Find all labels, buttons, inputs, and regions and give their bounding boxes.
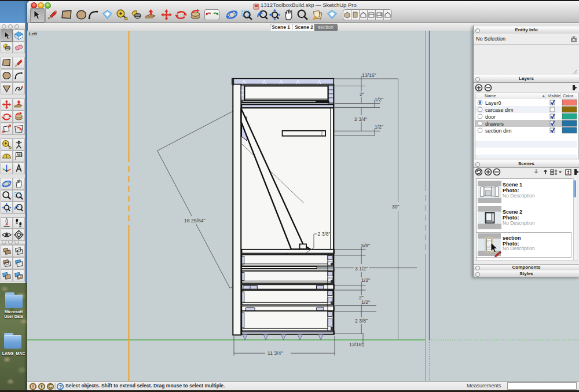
- svg-text:1/2": 1/2": [361, 277, 370, 283]
- svg-text:13/16": 13/16": [362, 72, 376, 78]
- svg-text:3 1/2": 3 1/2": [355, 266, 368, 272]
- svg-text:11 3/4": 11 3/4": [267, 350, 283, 356]
- svg-text:2 3/4": 2 3/4": [354, 116, 367, 122]
- svg-text:2 3/8": 2 3/8": [355, 318, 368, 324]
- svg-text:2 3/8": 2 3/8": [318, 231, 331, 237]
- svg-text:30": 30": [392, 204, 400, 210]
- svg-text:section dim: section dim: [485, 128, 512, 134]
- svg-text:Layer0: Layer0: [485, 100, 501, 106]
- svg-text:drawers: drawers: [485, 121, 504, 127]
- svg-text:door: door: [485, 114, 496, 120]
- svg-text:2": 2": [360, 91, 364, 97]
- svg-text:?: ?: [59, 384, 63, 390]
- svg-text:carcase dim: carcase dim: [485, 107, 514, 113]
- svg-text:5/8": 5/8": [361, 243, 370, 248]
- svg-text:18 25/64": 18 25/64": [184, 218, 206, 224]
- svg-text:13/16": 13/16": [349, 342, 364, 347]
- svg-text:1/2": 1/2": [361, 299, 370, 305]
- svg-text:1/2": 1/2": [375, 124, 383, 130]
- svg-text:1/2": 1/2": [375, 97, 383, 102]
